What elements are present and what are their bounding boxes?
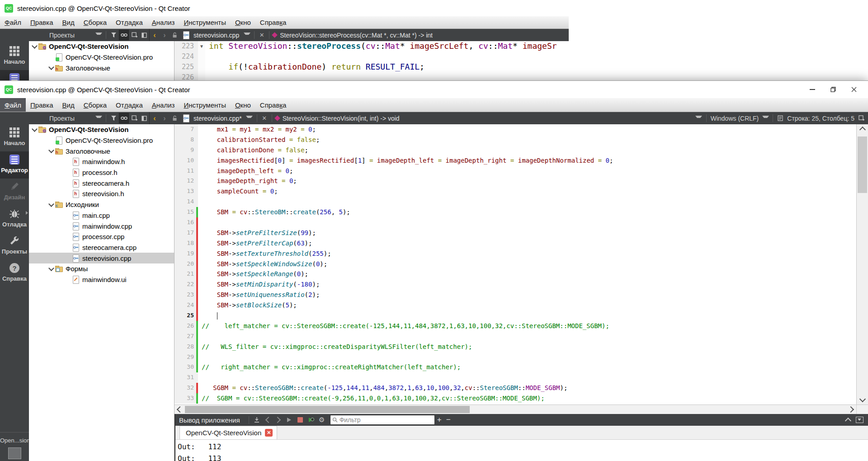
code-line-32[interactable]: 32 SGBM = cv::StereoSGBM::create(-125,14… [175,383,856,393]
code-line-223[interactable]: 223▼int StereoVision::stereoProcess(cv::… [175,41,569,52]
go-back-icon[interactable]: ‹ [150,30,159,40]
scroll-down-icon[interactable] [857,395,868,405]
debug-flyout-icon[interactable] [26,211,28,215]
tree-item-OpenCV-Qt-StereoVision[interactable]: ⚙OpenCV-Qt-StereoVision [29,41,174,52]
code-line-25[interactable]: 25 [175,310,856,321]
tree-item-stereocamera.h[interactable]: hstereocamera.h [29,178,174,188]
output-panel-title[interactable]: Вывод приложения [179,416,240,424]
output-run-tab[interactable]: OpenCV-Qt-StereoVision ✕ [179,426,277,439]
titlebar[interactable]: QC stereovision.cpp @ OpenCV-Qt-StereoVi… [0,81,868,98]
tree-item-OpenCV-Qt-StereoVision.pro[interactable]: OpenCV-Qt-StereoVision.pro [29,135,174,146]
split-pane-icon[interactable] [130,30,139,40]
active-project-label[interactable]: Open...sion [0,437,29,444]
code-line-29[interactable]: 29 [175,352,856,362]
code-editor[interactable]: 7 mx1 = my1 = mx2 = my2 = 0;8 calibratio… [175,124,856,405]
zoom-in-output-icon[interactable]: + [435,415,444,424]
mode-projects[interactable]: Проекты [0,233,29,260]
current-symbol-label[interactable]: StereoVision::StereoVision(int, int) -> … [283,115,400,122]
scroll-right-icon[interactable] [847,405,856,414]
projects-pane-header[interactable]: Проекты [29,29,150,41]
menu-item-Анализ[interactable]: Анализ [147,16,179,28]
code-line-16[interactable]: 16 [175,217,856,228]
tree-item-OpenCV-Qt-StereoVision[interactable]: ⚙OpenCV-Qt-StereoVision [29,124,174,135]
open-document-label[interactable]: stereovision.cpp* [193,115,242,122]
expand-chevron-icon[interactable] [47,202,55,207]
go-forward-icon[interactable]: › [160,113,169,123]
tree-item-main.cpp[interactable]: C++main.cpp [29,210,174,221]
code-line-18[interactable]: 18 SBM->setPreFilterCap(63); [175,238,856,249]
maximize-output-icon[interactable] [845,418,851,424]
collapse-output-icon[interactable] [856,417,863,423]
titlebar[interactable]: QC stereovision.cpp @ OpenCV-Qt-StereoVi… [0,0,569,16]
tree-item-Исходники[interactable]: cИсходники [29,199,174,210]
line-ending-dropdown-icon[interactable] [761,113,770,123]
menu-item-Вид[interactable]: Вид [58,98,79,112]
tree-item-stereovision.cpp[interactable]: C++stereovision.cpp [29,253,174,263]
restore-button[interactable] [823,81,844,98]
menu-item-Отладка[interactable]: Отладка [111,98,147,112]
mode-grid[interactable]: Начало [0,43,29,70]
expand-chevron-icon[interactable] [47,266,55,272]
projects-pane-header[interactable]: Проекты [29,112,150,124]
code-line-24[interactable]: 24 SBM->setBlockSize(5); [175,300,856,310]
menu-item-Сборка[interactable]: Сборка [79,98,111,112]
expand-chevron-icon[interactable] [31,44,38,49]
encoding-dropdown-icon[interactable] [694,113,703,123]
mode-help[interactable]: ?Справка [0,260,29,287]
code-line-10[interactable]: 10 imagesRectified[0] = imagesRectified[… [175,155,856,166]
tree-item-mainwindow.ui[interactable]: mainwindow.ui [29,274,174,285]
link-with-editor-icon[interactable] [119,113,129,123]
menu-item-Анализ[interactable]: Анализ [147,98,179,112]
menu-item-Файл[interactable]: Файл [0,98,26,112]
menu-item-Справка[interactable]: Справка [255,98,291,112]
mode-grid[interactable]: Начало [0,124,29,151]
code-line-15[interactable]: 15 SBM = cv::StereoBM::create(256, 5); [175,207,856,217]
code-line-30[interactable]: 30// right_matcher = cv::ximgproc::creat… [175,362,856,372]
code-line-8[interactable]: 8 calibrationStarted = false; [175,135,856,145]
current-symbol-label[interactable]: StereoVision::stereoProcess(cv::Mat *, c… [280,32,433,39]
document-dropdown-icon[interactable] [245,113,254,123]
menu-item-Инструменты[interactable]: Инструменты [179,16,231,28]
code-line-9[interactable]: 9 calibrationDone = false; [175,145,856,155]
go-forward-icon[interactable]: › [160,30,169,40]
code-line-22[interactable]: 22 SBM->setMinDisparity(-180); [175,279,856,290]
scroll-left-icon[interactable] [175,405,184,414]
menu-item-Инструменты[interactable]: Инструменты [179,98,231,112]
code-line-13[interactable]: 13 sampleCount = 0; [175,186,856,197]
mode-editor[interactable]: Редактор [0,151,29,179]
menu-item-Файл[interactable]: Файл [0,16,26,28]
menu-item-Сборка[interactable]: Сборка [79,16,111,28]
horizontal-scrollbar[interactable] [175,405,868,414]
filter-icon[interactable] [109,30,118,40]
line-ending-selector[interactable]: Windows (CRLF) [711,115,759,122]
tree-item-mainwindow.cpp[interactable]: C++mainwindow.cpp [29,221,174,231]
code-line-33[interactable]: 33// SGBM = cv::StereoSGBM::create(-9,25… [175,393,856,404]
expand-chevron-icon[interactable] [31,127,38,132]
go-back-icon[interactable]: ‹ [150,113,159,123]
close-document-icon[interactable]: ✕ [260,113,269,123]
code-line-20[interactable]: 20 SBM->setSpeckleWindowSize(0); [175,259,856,269]
code-line-224[interactable]: 224 [175,52,569,62]
tree-item-mainwindow.h[interactable]: hmainwindow.h [29,156,174,167]
horizontal-scroll-thumb[interactable] [185,406,470,413]
output-filter-input[interactable]: Фильтр [330,415,435,425]
rerun-icon[interactable] [284,415,294,424]
code-line-7[interactable]: 7 mx1 = my1 = mx2 = my2 = 0; [175,124,856,135]
expand-chevron-icon[interactable] [47,148,55,154]
code-line-21[interactable]: 21 SBM->setSpeckleRange(0); [175,269,856,279]
menu-item-Справка[interactable]: Справка [255,16,291,28]
mode-debug[interactable]: Отладка [0,206,29,233]
tree-item-Формы[interactable]: Формы [29,263,174,274]
code-line-31[interactable]: 31 [175,372,856,383]
menu-item-Вид[interactable]: Вид [58,16,79,28]
fold-marker-icon[interactable]: ▼ [198,41,205,52]
minimize-button[interactable] [802,81,823,98]
tree-item-processor.cpp[interactable]: C++processor.cpp [29,231,174,242]
tree-item-OpenCV-Qt-StereoVision.pro[interactable]: OpenCV-Qt-StereoVision.pro [29,52,174,63]
link-with-editor-icon[interactable] [119,30,129,40]
application-output[interactable]: Out: 112Out: 113 [175,440,868,461]
vertical-scrollbar[interactable] [856,124,868,405]
tree-item-Заголовочные[interactable]: hЗаголовочные [29,146,174,156]
close-document-icon[interactable]: ✕ [257,30,266,40]
code-line-19[interactable]: 19 SBM->setTextureThreshold(255); [175,249,856,259]
